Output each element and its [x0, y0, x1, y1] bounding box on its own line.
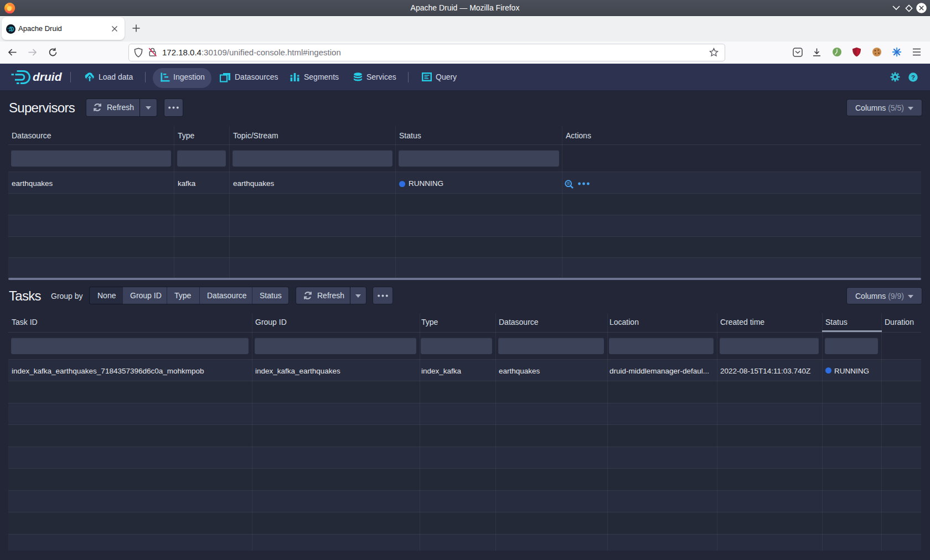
svg-text:?: ?	[911, 74, 915, 81]
